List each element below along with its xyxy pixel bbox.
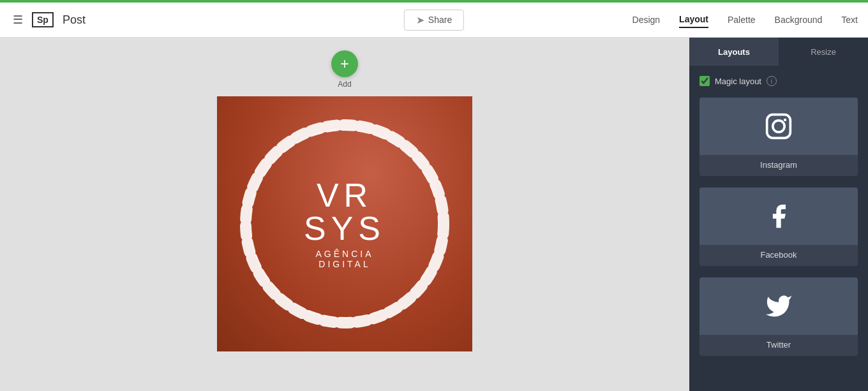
- magic-layout-label: Magic layout: [715, 77, 761, 86]
- header-right: Design Layout Palette Background Text: [632, 11, 858, 28]
- instagram-icon: [765, 112, 793, 140]
- tab-resize[interactable]: Resize: [779, 38, 868, 66]
- instagram-label: Instagram: [700, 155, 858, 176]
- logo-line3: AGÊNCIA: [304, 249, 385, 259]
- svg-rect-2: [767, 115, 791, 138]
- canvas-area: + Add VR SYS AGÊNCIA DIGITAL: [0, 38, 689, 391]
- facebook-label: Facebook: [700, 245, 858, 266]
- share-label: Share: [428, 15, 452, 25]
- logo-line1: VR: [304, 179, 385, 212]
- nav-item-layout[interactable]: Layout: [679, 11, 708, 28]
- svg-point-4: [784, 119, 786, 121]
- tab-layouts[interactable]: Layouts: [689, 38, 779, 66]
- share-arrow-icon: ➤: [416, 14, 424, 26]
- magic-layout-checkbox[interactable]: [700, 76, 710, 86]
- app-name: Post: [63, 13, 86, 27]
- instagram-icon-container: [700, 98, 858, 155]
- add-button-container: + Add: [331, 50, 358, 89]
- facebook-icon: [765, 202, 793, 230]
- add-label: Add: [338, 80, 351, 89]
- social-card-facebook[interactable]: Facebook: [700, 188, 858, 266]
- nav-item-text[interactable]: Text: [841, 12, 858, 27]
- info-icon[interactable]: i: [767, 76, 777, 86]
- header: ☰ Sp Post ➤ Share Design Layout Palette …: [0, 3, 868, 38]
- logo-box: Sp: [32, 12, 54, 27]
- twitter-icon: [765, 292, 793, 320]
- nav-item-background[interactable]: Background: [775, 12, 823, 27]
- logo-line4: DIGITAL: [304, 259, 385, 269]
- right-panel: Layouts Resize Magic layout i: [689, 38, 868, 391]
- logo-line2: SYS: [304, 212, 385, 245]
- nav-item-palette[interactable]: Palette: [728, 12, 756, 27]
- facebook-icon-container: [700, 188, 858, 245]
- share-button[interactable]: ➤ Share: [404, 10, 464, 31]
- add-button[interactable]: +: [331, 50, 358, 77]
- magic-layout-row: Magic layout i: [700, 76, 858, 86]
- hamburger-icon[interactable]: ☰: [10, 10, 26, 29]
- social-card-twitter[interactable]: Twitter: [700, 277, 858, 356]
- svg-point-3: [773, 121, 784, 132]
- header-center: ➤ Share: [404, 10, 464, 31]
- social-card-instagram[interactable]: Instagram: [700, 98, 858, 176]
- nav-item-design[interactable]: Design: [632, 12, 661, 27]
- logo-card[interactable]: VR SYS AGÊNCIA DIGITAL: [217, 96, 472, 351]
- twitter-label: Twitter: [700, 335, 858, 356]
- panel-tabs: Layouts Resize: [689, 38, 868, 66]
- main-layout: + Add VR SYS AGÊNCIA DIGITAL: [0, 38, 868, 391]
- logo-text-block: VR SYS AGÊNCIA DIGITAL: [304, 179, 385, 269]
- panel-content: Magic layout i Instagram: [689, 66, 868, 391]
- header-left: ☰ Sp Post: [10, 10, 86, 29]
- twitter-icon-container: [700, 277, 858, 335]
